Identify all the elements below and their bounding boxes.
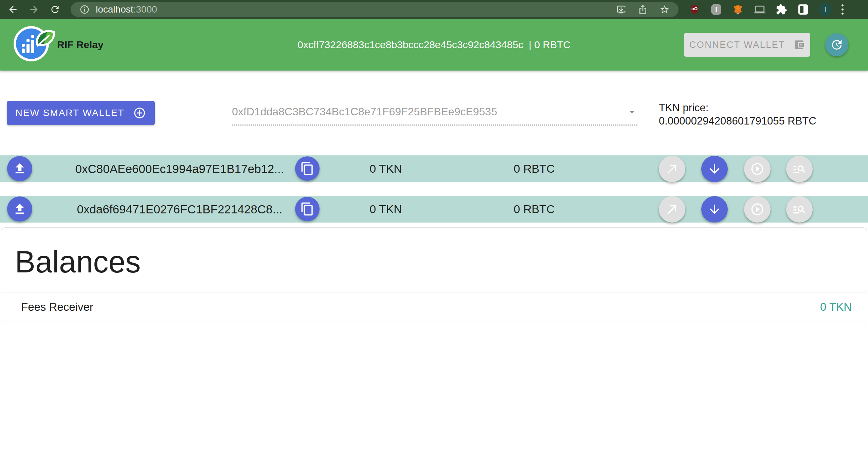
- account-address: 0xcff73226883c1ce8b3bccc28e45c3c92c84348…: [297, 39, 523, 51]
- execute-button[interactable]: [744, 196, 771, 223]
- fees-receiver-label: Fees Receiver: [21, 301, 820, 313]
- play-circle-icon: [750, 162, 764, 176]
- selected-wallet-address: 0xfD1dda8C3BC734Bc1C8e71F69F25BFBEe9cE95…: [232, 106, 627, 118]
- copy-icon: [300, 161, 314, 176]
- transfer-button[interactable]: [659, 196, 685, 223]
- fees-receiver-row: Fees Receiver 0 TKN: [1, 292, 867, 322]
- update-icon: [830, 38, 843, 51]
- smart-wallet-row: 0xda6f69471E0276FC1BF221428C8... 0 TKN 0…: [0, 196, 868, 223]
- site-info-icon[interactable]: [79, 4, 90, 15]
- reload-icon[interactable]: [50, 4, 60, 15]
- execute-button[interactable]: [744, 156, 771, 182]
- transfer-button[interactable]: [659, 156, 685, 182]
- ublock-extension-icon[interactable]: uO: [689, 4, 700, 15]
- extensions-row: uO ſ I: [689, 3, 844, 16]
- search-list-icon: [792, 202, 807, 216]
- app-title: RIF Relay: [57, 39, 104, 51]
- fees-receiver-value: 0 TKN: [820, 301, 852, 313]
- page: localhost:3000 uO ſ: [0, 0, 868, 458]
- arrow-up-right-icon: [665, 162, 679, 176]
- extensions-puzzle-icon[interactable]: [776, 4, 787, 15]
- smart-wallet-row: 0xC80AEe600Ec1994a97E1B17eb12... 0 TKN 0…: [0, 155, 868, 182]
- side-panel-icon[interactable]: [797, 4, 809, 15]
- smart-wallet-select[interactable]: 0xfD1dda8C3BC734Bc1C8e71F69F25BFBEe9cE95…: [232, 99, 637, 126]
- leaf-icon: [33, 28, 56, 48]
- wallet-address: 0xC80AEe600Ec1994a97E1B17eb12...: [79, 155, 280, 182]
- add-circle-icon: [133, 107, 146, 119]
- play-circle-icon: [750, 202, 764, 216]
- wallet-rbtc-balance: 0 RBTC: [497, 196, 572, 223]
- forward-icon[interactable]: [29, 4, 39, 15]
- refresh-button[interactable]: [825, 33, 848, 56]
- copy-address-button[interactable]: [295, 197, 320, 221]
- wallet-rbtc-balance: 0 RBTC: [497, 155, 572, 182]
- arrow-down-icon: [707, 162, 722, 176]
- receive-button[interactable]: [701, 196, 728, 223]
- deploy-wallet-button[interactable]: [7, 196, 32, 222]
- metamask-extension-icon[interactable]: [732, 4, 744, 15]
- share-icon[interactable]: [638, 4, 648, 15]
- back-icon[interactable]: [7, 4, 18, 15]
- tkn-price: TKN price: 0.00000294208601791055 RBTC: [659, 101, 816, 128]
- app-header: RIF Relay 0xcff73226883c1ce8b3bccc28e45c…: [0, 19, 868, 71]
- rif-relay-logo: [14, 26, 51, 63]
- copy-address-button[interactable]: [295, 156, 320, 181]
- url-port: :3000: [133, 4, 157, 15]
- wallet-tkn-balance: 0 TKN: [348, 155, 423, 182]
- tkn-price-value: 0.00000294208601791055 RBTC: [659, 114, 816, 128]
- browser-toolbar: localhost:3000 uO ſ: [0, 0, 868, 19]
- arrow-down-icon: [707, 202, 722, 216]
- copy-icon: [300, 202, 314, 216]
- balances-title: Balances: [15, 245, 141, 280]
- wallet-icon: [793, 39, 805, 51]
- receive-button[interactable]: [701, 156, 728, 182]
- wallet-tkn-balance: 0 TKN: [348, 196, 423, 223]
- new-smart-wallet-button[interactable]: NEW SMART WALLET: [7, 101, 155, 125]
- bookmark-star-icon[interactable]: [659, 4, 670, 15]
- browser-menu-icon[interactable]: [842, 4, 844, 15]
- wallet-address: 0xda6f69471E0276FC1BF221428C8...: [79, 196, 280, 223]
- inspect-button[interactable]: [786, 196, 813, 223]
- inspect-button[interactable]: [786, 156, 813, 182]
- arrow-up-right-icon: [665, 202, 679, 216]
- tkn-price-label: TKN price:: [659, 101, 816, 114]
- account-balance: | 0 RBTC: [529, 39, 571, 51]
- deploy-wallet-button[interactable]: [7, 156, 32, 181]
- password-manager-extension-icon[interactable]: ſ: [710, 4, 722, 15]
- chevron-down-icon: [627, 107, 637, 117]
- profile-avatar[interactable]: I: [819, 3, 831, 16]
- upload-icon: [13, 161, 27, 176]
- screen-extension-icon[interactable]: [754, 4, 765, 15]
- install-app-icon[interactable]: [616, 4, 626, 15]
- balances-card: Balances Fees Receiver 0 TKN: [1, 227, 867, 458]
- url-text: localhost:3000: [96, 4, 157, 15]
- upload-icon: [13, 202, 27, 216]
- search-list-icon: [792, 162, 807, 176]
- address-bar[interactable]: localhost:3000: [71, 2, 679, 17]
- connect-wallet-button[interactable]: CONNECT WALLET: [684, 33, 810, 57]
